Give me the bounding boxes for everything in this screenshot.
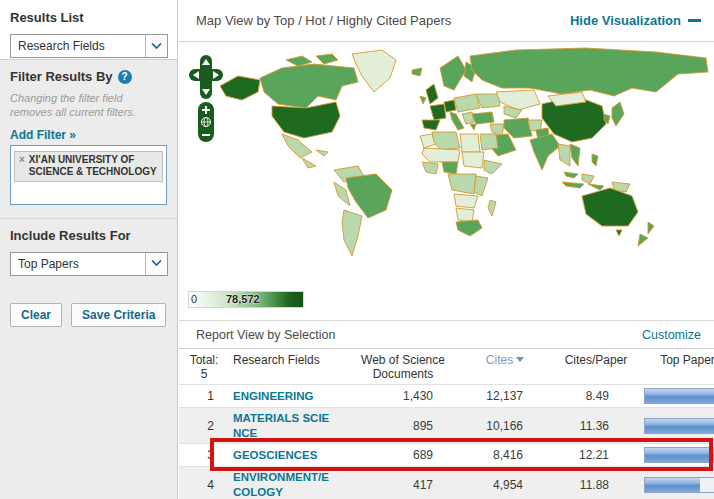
country-brazil	[346, 174, 392, 218]
country-angola-zambia	[454, 194, 478, 208]
table-row: 1 ENGINEERING 1,430 12,137 8.49 28	[179, 385, 714, 408]
country-japan	[612, 102, 624, 126]
col-header-cites-per-paper: Cites/Paper	[551, 349, 641, 385]
filter-panel: Filter Results By ? Changing the filter …	[0, 59, 177, 499]
map-title: Map View by Top / Hot / Highly Cited Pap…	[196, 13, 451, 28]
country-cuba	[316, 150, 328, 156]
country-south-africa	[456, 220, 482, 236]
results-list-selected-value: Research Fields	[11, 39, 105, 53]
map-visualization[interactable]: 0 78,572	[179, 41, 714, 320]
row-cites-per-paper: 11.36	[551, 408, 641, 444]
country-argentina-chile	[342, 210, 362, 256]
country-greece	[470, 124, 476, 130]
country-greenland	[352, 50, 396, 92]
top-papers-bar: 19	[644, 418, 714, 434]
research-field-link[interactable]: ENVIRONMENT/ECOLOGY	[233, 471, 329, 498]
country-madagascar	[488, 200, 496, 216]
hide-visualization-label: Hide Visualization	[570, 13, 681, 28]
include-results-dropdown[interactable]: Top Papers	[10, 252, 168, 276]
country-new-zealand-south	[638, 234, 648, 246]
report-title: Report View by Selection	[196, 328, 335, 342]
map-color-legend: 0 78,572	[188, 291, 304, 308]
central-europe	[454, 94, 480, 112]
legend-max-value: 78,572	[226, 293, 260, 305]
row-cites-per-paper: 12.21	[551, 444, 641, 467]
total-label: Total:	[181, 353, 227, 367]
help-icon[interactable]: ?	[118, 70, 132, 84]
country-drc	[448, 174, 476, 194]
row-docs: 1,430	[347, 385, 459, 408]
country-ireland	[420, 96, 426, 104]
country-malaysia	[564, 172, 578, 178]
country-uk	[426, 84, 438, 104]
country-germany	[444, 100, 456, 112]
row-cites: 4,954	[459, 467, 551, 499]
add-filter-link[interactable]: Add Filter »	[10, 128, 76, 142]
country-alaska	[220, 76, 260, 100]
country-new-zealand-north	[648, 222, 654, 234]
save-criteria-button[interactable]: Save Criteria	[71, 303, 166, 327]
world-choropleth-map[interactable]	[186, 44, 714, 292]
top-papers-bar-fill	[645, 478, 700, 492]
chevron-down-icon	[145, 253, 167, 275]
total-value: 5	[181, 367, 227, 381]
table-header-row: Total: 5 Research Fields Web of Science …	[179, 349, 714, 385]
horn-of-africa	[484, 160, 502, 174]
map-header: Map View by Top / Hot / Highly Cited Pap…	[179, 0, 714, 41]
east-africa	[474, 176, 488, 196]
row-rank: 3	[179, 444, 229, 467]
row-docs: 689	[347, 444, 459, 467]
country-philippines	[592, 154, 598, 166]
hide-visualization-link[interactable]: Hide Visualization	[570, 13, 701, 28]
col-header-top-papers: Top Papers	[641, 349, 714, 385]
table-row: 3 GEOSCIENCES 689 8,416 12.21 23	[179, 444, 714, 467]
country-norway-sweden	[440, 56, 466, 90]
col-header-research-fields: Research Fields	[229, 349, 347, 385]
sort-caret-icon	[516, 357, 524, 362]
map-zoom-control[interactable]	[198, 102, 214, 142]
country-libya	[460, 134, 480, 152]
legend-min-value: 0	[191, 293, 197, 305]
top-papers-bar-fill	[645, 448, 714, 462]
col-header-cites-sortable[interactable]: Cites	[459, 349, 551, 385]
row-cites-per-paper: 11.88	[551, 467, 641, 499]
filter-note: Changing the filter field removes all cu…	[10, 91, 167, 120]
report-table-body: 1 ENGINEERING 1,430 12,137 8.49 28 2 MAT…	[179, 385, 714, 499]
cites-label: Cites	[486, 353, 513, 367]
country-vietnam	[570, 144, 580, 166]
active-filters-box[interactable]: × XI'AN UNIVERSITY OF SCIENCE & TECHNOLO…	[10, 145, 167, 205]
country-sudan-chad	[462, 152, 484, 168]
top-papers-bar-fill	[645, 389, 714, 403]
country-algeria	[432, 132, 460, 150]
west-africa	[422, 162, 438, 174]
row-docs: 895	[347, 408, 459, 444]
customize-link[interactable]: Customize	[642, 328, 701, 342]
country-iceland	[412, 68, 422, 76]
filter-chip-label: XI'AN UNIVERSITY OF SCIENCE & TECHNOLOGY	[29, 154, 158, 179]
research-field-link[interactable]: MATERIALS SCIENCE	[233, 412, 329, 439]
research-field-link[interactable]: ENGINEERING	[233, 390, 314, 402]
results-list-dropdown[interactable]: Research Fields	[10, 34, 168, 58]
row-cites-per-paper: 8.49	[551, 385, 641, 408]
row-rank: 2	[179, 408, 229, 444]
sidebar: Results List Research Fields Filter Resu…	[0, 0, 178, 499]
table-row: 2 MATERIALS SCIENCE 895 10,166 11.36 19	[179, 408, 714, 444]
country-myanmar-thailand	[558, 144, 570, 166]
country-turkey	[472, 112, 494, 124]
clear-button[interactable]: Clear	[10, 303, 62, 327]
divider	[0, 218, 177, 219]
report-table: Total: 5 Research Fields Web of Science …	[179, 348, 714, 499]
filter-results-by-label: Filter Results By	[10, 69, 113, 84]
map-pan-control[interactable]	[189, 55, 223, 101]
filter-chip[interactable]: × XI'AN UNIVERSITY OF SCIENCE & TECHNOLO…	[14, 151, 163, 182]
main-content: Map View by Top / Hot / Highly Cited Pap…	[179, 0, 714, 499]
country-borneo	[582, 174, 594, 184]
country-kazakhstan	[496, 90, 540, 110]
country-egypt	[480, 134, 498, 150]
country-australia	[582, 188, 638, 226]
remove-filter-icon[interactable]: ×	[19, 154, 25, 167]
research-field-link[interactable]: GEOSCIENCES	[233, 449, 317, 461]
results-list-heading: Results List	[10, 10, 167, 25]
top-papers-bar-fill	[645, 419, 714, 433]
country-canada	[260, 64, 358, 108]
